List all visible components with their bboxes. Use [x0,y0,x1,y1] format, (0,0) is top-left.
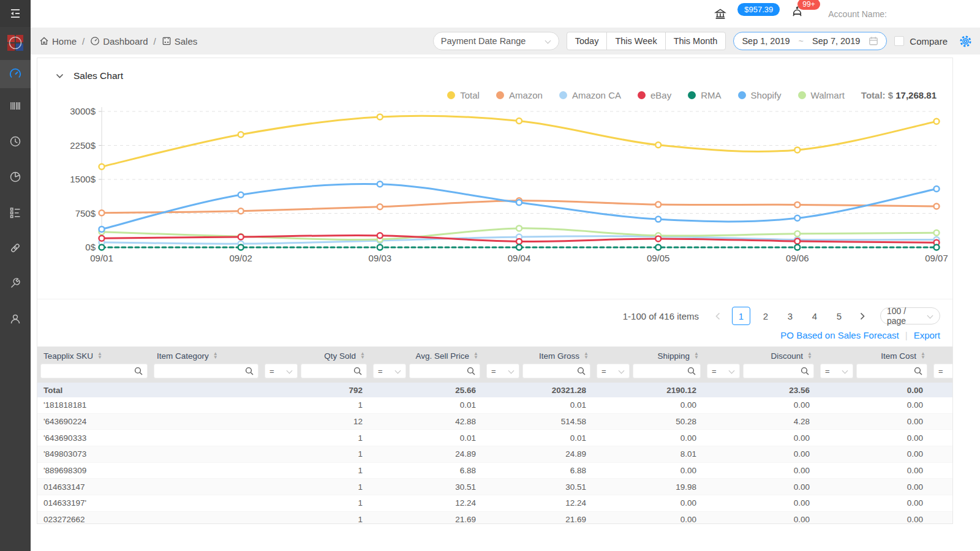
page-button-4[interactable]: 4 [805,307,824,325]
equals-filter-select[interactable]: = [820,364,853,378]
legend-item-shopify[interactable]: Shopify [738,90,782,100]
filter-input-avg-sell-price[interactable] [410,365,467,377]
data-cell [930,414,952,430]
link-divider: | [905,330,908,340]
data-cell: 514.58 [483,414,594,430]
legend-item-amazon[interactable]: Amazon [496,90,543,100]
this-month-button[interactable]: This Month [665,32,726,50]
sku-cell: '643690224 [37,414,151,430]
page-button-2[interactable]: 2 [756,307,775,325]
compare-checkbox[interactable] [894,36,904,46]
total-cell: 2190.12 [594,383,704,397]
this-week-button[interactable]: This Week [606,32,665,50]
date-range-picker[interactable]: Sep 1, 2019 ~ Sep 7, 2019 [733,32,887,50]
settings-gear-icon[interactable] [960,36,971,47]
legend-item-ebay[interactable]: eBay [638,90,671,100]
filter-input-shipping[interactable] [633,365,687,377]
breadcrumb-home[interactable]: Home [39,36,77,47]
legend-item-walmart[interactable]: Walmart [798,90,845,100]
data-cell: 1 [262,446,370,462]
data-cell: 0.00 [704,479,817,495]
equals-label: = [712,367,717,376]
column-header-item-cost[interactable]: Item Cost▲▼ [817,347,930,362]
breadcrumb-dashboard[interactable]: Dashboard [90,36,148,47]
bank-icon[interactable] [714,8,726,20]
po-forecast-link[interactable]: PO Based on Sales Forecast [780,330,899,340]
column-header-item-gross[interactable]: Item Gross▲▼ [483,347,594,362]
equals-filter-select[interactable]: = [265,364,298,378]
svg-text:09/06: 09/06 [786,253,809,263]
balance-badge[interactable]: $957.39 [737,3,780,16]
date-separator: ~ [799,36,804,46]
equals-filter-select[interactable]: = [933,364,952,378]
equals-filter-select[interactable]: = [373,364,406,378]
column-label: Shipping [658,351,690,361]
filter-input-item-category[interactable] [154,365,245,377]
app-logo[interactable] [0,27,31,59]
page-numbers: 12345 [732,307,848,325]
filter-input-teapplix-sku[interactable] [41,365,134,377]
column-header-col[interactable]: ▲▼ [930,347,952,362]
sidebar-item-reports[interactable] [0,159,31,195]
filter-cell-avg-sell-price: = [370,362,483,383]
column-header-shipping[interactable]: Shipping▲▼ [594,347,704,362]
data-cell: 42.88 [370,414,483,430]
legend-item-amazon-ca[interactable]: Amazon CA [559,90,621,100]
link-icon [9,242,21,254]
filter-input-item-cost[interactable] [857,365,914,377]
filter-cell-discount: = [704,362,817,383]
equals-filter-select[interactable]: = [707,364,740,378]
svg-text:1500$: 1500$ [70,174,96,184]
filter-input-qty-sold[interactable] [301,365,353,377]
sidebar-nav [0,60,31,337]
data-cell [151,397,262,413]
legend-item-total[interactable]: Total [447,90,480,100]
payment-date-range-select[interactable]: Payment Date Range [433,32,559,50]
filter-input-discount[interactable] [744,365,801,377]
export-link[interactable]: Export [914,330,940,340]
legend-item-rma[interactable]: RMA [688,90,721,100]
page-button-5[interactable]: 5 [830,307,848,325]
sidebar-item-integrations[interactable] [0,230,31,266]
column-header-avg-sell-price[interactable]: Avg. Sell Price▲▼ [370,347,483,362]
page-button-3[interactable]: 3 [781,307,799,325]
clock-icon [9,135,21,148]
column-header-discount[interactable]: Discount▲▼ [704,347,817,362]
equals-filter-select[interactable]: = [486,364,519,378]
sidebar-item-history[interactable] [0,124,31,159]
column-header-teapplix-sku[interactable]: Teapplix SKU▲▼ [37,347,151,362]
data-cell: 0.00 [817,430,930,446]
sidebar-item-account[interactable] [0,301,31,337]
sidebar-item-orders[interactable] [0,195,31,230]
prev-page-icon[interactable] [710,308,726,324]
equals-label: = [378,367,383,376]
column-header-item-category[interactable]: Item Category▲▼ [151,347,262,362]
sales-chart-header[interactable]: Sales Chart [37,58,952,81]
data-cell [930,446,952,462]
table-header-row: Teapplix SKU▲▼Item Category▲▼Qty Sold▲▼A… [37,347,952,362]
sidebar-item-tools[interactable] [0,266,31,301]
data-cell [151,495,262,511]
menu-fold-icon[interactable] [0,0,31,27]
data-cell: 0.00 [704,430,817,446]
column-header-qty-sold[interactable]: Qty Sold▲▼ [262,347,370,362]
data-cell: 0.01 [370,397,483,413]
next-page-icon[interactable] [854,308,870,324]
equals-label: = [270,367,274,376]
sidebar-item-barcode[interactable] [0,88,31,124]
page-button-1[interactable]: 1 [732,307,750,325]
filter-input-item-gross[interactable] [523,365,577,377]
list-icon [9,206,21,219]
svg-text:09/07: 09/07 [925,253,948,263]
sidebar-item-dashboard[interactable] [0,60,31,88]
today-button[interactable]: Today [567,32,608,50]
equals-filter-select[interactable]: = [597,364,630,378]
filter-cell-col: = [930,362,952,383]
series-line-shopify [102,184,937,229]
notification-bell-icon[interactable]: 99+ [791,6,804,21]
data-cell [151,430,262,446]
compare-label: Compare [910,36,948,47]
page-size-select[interactable]: 100 / page [880,307,940,324]
breadcrumb-sales[interactable]: Sales [162,36,198,47]
breadcrumb-separator: / [82,36,85,47]
